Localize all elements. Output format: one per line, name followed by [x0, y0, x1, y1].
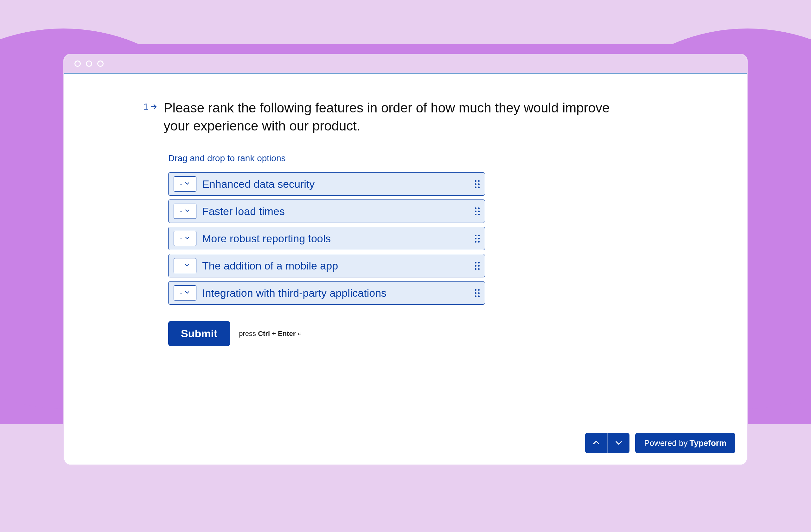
drag-handle-icon[interactable]	[475, 289, 480, 297]
rank-value: -	[180, 234, 182, 242]
ranking-option-label: More robust reporting tools	[202, 232, 469, 245]
ranking-option-label: Enhanced data security	[202, 178, 469, 190]
ranking-option[interactable]: -The addition of a mobile app	[168, 254, 485, 277]
question-text: Please rank the following features in or…	[164, 99, 631, 135]
ranking-option[interactable]: -More robust reporting tools	[168, 227, 485, 250]
chevron-down-icon	[184, 207, 190, 215]
rank-select[interactable]: -	[173, 204, 196, 219]
submit-row: Submit press Ctrl + Enter ↵	[168, 321, 631, 346]
rank-value: -	[180, 262, 182, 270]
ranking-option[interactable]: -Enhanced data security	[168, 172, 485, 196]
rank-select[interactable]: -	[173, 258, 196, 273]
browser-window: 1 Please rank the following features in …	[63, 54, 748, 466]
chevron-down-icon	[614, 438, 623, 448]
rank-select[interactable]: -	[173, 176, 196, 192]
submit-button[interactable]: Submit	[168, 321, 230, 346]
ranking-instruction: Drag and drop to rank options	[168, 153, 631, 163]
rank-value: -	[180, 180, 182, 188]
ranking-option-label: Faster load times	[202, 205, 469, 218]
powered-by-link[interactable]: Powered by Typeform	[635, 433, 735, 453]
drag-handle-icon[interactable]	[475, 235, 480, 242]
rank-value: -	[180, 207, 182, 215]
arrow-right-icon	[150, 103, 158, 111]
chevron-down-icon	[184, 289, 190, 297]
drag-handle-icon[interactable]	[475, 207, 480, 215]
ranking-option-label: The addition of a mobile app	[202, 260, 469, 272]
powered-by-brand: Typeform	[689, 438, 726, 448]
chevron-up-icon	[592, 438, 601, 448]
chevron-down-icon	[184, 234, 190, 242]
enter-key-icon: ↵	[297, 331, 302, 337]
window-titlebar	[64, 55, 747, 73]
chevron-down-icon	[184, 180, 190, 188]
rank-value: -	[180, 289, 182, 297]
submit-hint-prefix: press	[239, 330, 258, 338]
form-viewport: 1 Please rank the following features in …	[64, 73, 747, 465]
chevron-down-icon	[184, 262, 190, 270]
ranking-options: -Enhanced data security-Faster load time…	[168, 172, 631, 304]
window-control-close-icon[interactable]	[74, 61, 81, 67]
ranking-option[interactable]: -Faster load times	[168, 200, 485, 223]
question-number-value: 1	[143, 101, 149, 112]
drag-handle-icon[interactable]	[475, 262, 480, 270]
prev-question-button[interactable]	[585, 433, 607, 453]
question-number: 1	[143, 101, 158, 112]
ranking-option-label: Integration with third-party application…	[202, 287, 469, 299]
powered-by-prefix: Powered by	[644, 438, 687, 448]
question-block: 1 Please rank the following features in …	[143, 99, 631, 346]
window-control-zoom-icon[interactable]	[97, 61, 104, 67]
window-control-minimize-icon[interactable]	[86, 61, 92, 67]
submit-hint-keys: Ctrl + Enter	[258, 330, 295, 338]
rank-select[interactable]: -	[173, 285, 196, 300]
ranking-option[interactable]: -Integration with third-party applicatio…	[168, 281, 485, 304]
form-footer: Powered by Typeform	[585, 433, 735, 453]
drag-handle-icon[interactable]	[475, 180, 480, 188]
next-question-button[interactable]	[607, 433, 629, 453]
submit-hint: press Ctrl + Enter ↵	[239, 330, 302, 338]
nav-button-group	[585, 433, 629, 453]
rank-select[interactable]: -	[173, 231, 196, 246]
